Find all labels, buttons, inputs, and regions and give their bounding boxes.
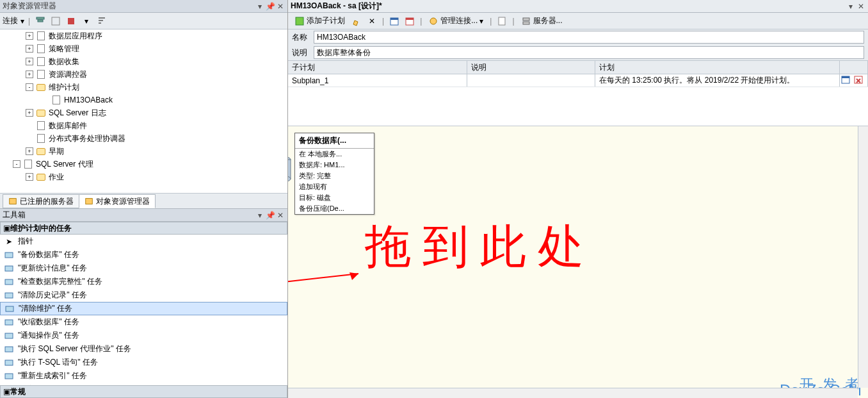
tree-node[interactable]: -SQL Server 代理 [0,158,287,170]
refresh-icon[interactable] [49,15,62,28]
backup-database-task[interactable]: 备份数据库(... 在 本地服务...数据库: HM1...类型: 完整追加现有… [294,133,374,215]
toolbox-item-label: "通知操作员" 任务 [18,330,79,341]
task-icon [4,263,14,274]
svg-rect-23 [499,17,505,25]
connect-label[interactable]: 连接 [3,15,18,26]
toolbox-pointer[interactable]: ➤指针 [0,235,287,248]
expander-icon[interactable]: + [26,70,33,78]
pin-icon[interactable]: 📌 [266,211,275,220]
svg-rect-4 [10,199,17,204]
toolbox-footer[interactable]: ▣ 常规 [0,385,287,398]
dropdown-icon[interactable]: ▾ [255,211,264,220]
toolbox-item[interactable]: "执行 SQL Server 代理作业" 任务 [0,342,287,356]
object-explorer-title: 对象资源管理器 [3,1,56,12]
expander-icon[interactable]: + [26,32,33,40]
tree-node[interactable]: -维护计划 [0,81,287,94]
sort-icon[interactable] [95,15,108,28]
subplan-row[interactable]: Subplan_1 在每天的 13:25:00 执行。将从 2019/2/22 … [288,74,868,87]
dropdown-icon[interactable]: ▾ [846,2,855,11]
explorer-tabs: 已注册的服务器 对象资源管理器 [0,194,287,209]
toolbox-item[interactable]: "收缩数据库" 任务 [0,315,287,329]
expander-icon[interactable]: + [26,45,33,53]
pin-icon[interactable]: 📌 [266,2,275,11]
task-icon [4,358,14,368]
report-icon[interactable] [495,15,508,28]
toolbox-item[interactable]: "执行 T-SQL 语句" 任务 [0,356,287,369]
svg-rect-9 [5,293,13,298]
toolbox-item[interactable]: "清除维护" 任务 [0,302,287,315]
tree-node[interactable]: +数据层应用程序 [0,29,287,42]
expander-icon[interactable]: - [26,83,33,91]
svg-rect-13 [5,347,13,352]
design-canvas[interactable]: 备份数据库(... 在 本地服务...数据库: HM1...类型: 完整追加现有… [288,126,868,398]
tree-node[interactable]: +早期 [0,145,287,158]
object-explorer-tree[interactable]: +数据层应用程序+策略管理+数据收集+资源调控器-维护计划HM13OABack+… [0,29,287,194]
tree-node[interactable]: +数据收集 [0,55,287,68]
svg-rect-7 [5,266,13,271]
delete-icon[interactable]: ✕ [366,15,378,28]
tree-node-label: SQL Server 日志 [49,108,106,119]
expander-icon[interactable]: + [26,147,33,155]
name-input[interactable] [314,31,864,44]
toolbox-item-label: "执行 T-SQL 语句" 任务 [18,357,98,368]
tab-object-explorer[interactable]: 对象资源管理器 [79,194,156,208]
toolbox-item[interactable]: "重新生成索引" 任务 [0,369,287,383]
tree-node[interactable]: +资源调控器 [0,68,287,81]
expander-icon[interactable]: + [26,173,33,181]
tree-node[interactable]: +SQL Server 日志 [0,106,287,119]
task-icon [4,331,14,341]
document-icon [36,56,46,67]
svg-rect-12 [5,333,13,338]
close-icon[interactable]: ✕ [276,2,285,11]
svg-marker-33 [350,272,358,280]
tree-node[interactable]: +策略管理 [0,42,287,55]
edit-icon[interactable] [350,15,363,28]
tree-node[interactable]: +作业 [0,170,287,183]
calendar-icon[interactable] [388,15,401,28]
desc-input[interactable] [314,46,864,59]
add-subplan-button[interactable]: 添加子计划 [292,14,348,28]
toolbox-item[interactable]: "备份数据库" 任务 [0,248,287,261]
col-desc[interactable]: 说明 [467,61,595,74]
tab-registered-servers[interactable]: 已注册的服务器 [3,194,79,208]
filter-icon[interactable] [34,15,47,28]
close-icon[interactable]: ✕ [276,211,285,220]
toolbox-item[interactable]: "通知操作员" 任务 [0,329,287,342]
filter2-icon[interactable]: ▾ [80,15,93,28]
col-subplan[interactable]: 子计划 [288,61,467,74]
expander-icon[interactable]: + [26,109,33,117]
expander-icon[interactable]: - [13,160,20,168]
manage-connections-button[interactable]: 管理连接... ▾ [426,14,486,28]
calendar-icon[interactable] [840,74,851,87]
collapse-icon: ▣ [3,387,10,396]
subplan-grid-header: 子计划 说明 计划 [288,60,868,74]
close-icon[interactable]: ✕ [856,2,865,11]
svg-rect-17 [296,17,303,25]
expander-icon[interactable]: + [26,58,33,65]
toolbox-item[interactable]: "清除历史记录" 任务 [0,288,287,302]
toolbox-item[interactable]: "检查数据库完整性" 任务 [0,275,287,288]
servers-button[interactable]: 服务器... [518,14,565,28]
name-label: 名称 [292,32,314,43]
dropdown-icon[interactable]: ▾ [20,17,24,26]
toolbox-item[interactable]: "更新统计信息" 任务 [0,261,287,275]
folder-icon [36,82,46,92]
dropdown-icon[interactable]: ▾ [255,2,264,11]
task-detail-line: 备份压缩(De... [295,203,374,214]
tree-node[interactable]: 分布式事务处理协调器 [0,132,287,145]
tree-node[interactable]: HM13OABack [0,94,287,106]
stop-icon[interactable] [65,15,77,28]
svg-rect-2 [52,17,60,25]
tree-node[interactable]: 数据库邮件 [0,119,287,132]
vertical-scrollbar[interactable] [858,126,868,388]
tree-node-label: 数据收集 [49,56,79,67]
toolbox-section-header[interactable]: ▣ 维护计划中的任务 [0,222,287,235]
horizontal-scrollbar[interactable] [288,388,858,398]
toolbox-item-label: "更新统计信息" 任务 [18,263,87,274]
desc-label: 说明 [292,47,314,58]
task-icon [4,317,14,328]
calendar-remove-icon[interactable] [853,74,864,87]
col-schedule[interactable]: 计划 [595,61,840,74]
toolbox-list: ➤指针"备份数据库" 任务"更新统计信息" 任务"检查数据库完整性" 任务"清除… [0,235,287,385]
calendar-delete-icon[interactable] [403,15,416,28]
